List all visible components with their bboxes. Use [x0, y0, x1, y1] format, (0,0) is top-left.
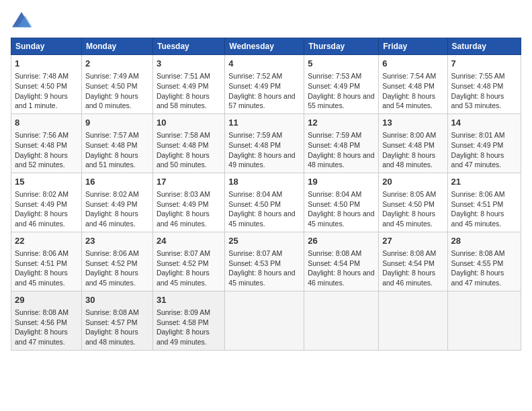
daylight-text: Daylight: 8 hours and 48 minutes. — [382, 151, 435, 169]
day-number: 13 — [382, 117, 443, 129]
sunset-text: Sunset: 4:48 PM — [382, 141, 435, 149]
daylight-text: Daylight: 8 hours and 46 minutes. — [85, 210, 138, 228]
calendar-cell: 16Sunrise: 8:02 AMSunset: 4:49 PMDayligh… — [81, 173, 152, 232]
sunrise-text: Sunrise: 8:07 AM — [228, 249, 282, 257]
sunset-text: Sunset: 4:48 PM — [451, 82, 504, 90]
sunrise-text: Sunrise: 8:08 AM — [85, 308, 139, 316]
day-number: 26 — [308, 235, 375, 247]
sunrise-text: Sunrise: 7:53 AM — [308, 72, 361, 80]
sunset-text: Sunset: 4:48 PM — [157, 141, 209, 149]
calendar-cell: 17Sunrise: 8:03 AMSunset: 4:49 PMDayligh… — [152, 173, 224, 232]
calendar-cell: 10Sunrise: 7:58 AMSunset: 4:48 PMDayligh… — [152, 113, 224, 173]
daylight-text: Daylight: 8 hours and 50 minutes. — [157, 151, 210, 169]
sunrise-text: Sunrise: 8:05 AM — [382, 190, 436, 198]
calendar-week-3: 15Sunrise: 8:02 AMSunset: 4:49 PMDayligh… — [11, 173, 521, 232]
calendar-cell — [304, 291, 379, 350]
sunset-text: Sunset: 4:49 PM — [157, 82, 209, 90]
day-number: 27 — [382, 235, 443, 247]
sunset-text: Sunset: 4:49 PM — [85, 200, 138, 208]
calendar-cell: 7Sunrise: 7:55 AMSunset: 4:48 PMDaylight… — [447, 55, 521, 114]
daylight-text: Daylight: 9 hours and 1 minute. — [15, 92, 68, 110]
daylight-text: Daylight: 8 hours and 45 minutes. — [308, 210, 374, 228]
calendar-cell: 11Sunrise: 7:59 AMSunset: 4:48 PMDayligh… — [225, 113, 304, 173]
day-number: 3 — [157, 58, 221, 70]
logo — [11, 11, 35, 30]
sunset-text: Sunset: 4:48 PM — [382, 82, 435, 90]
sunset-text: Sunset: 4:49 PM — [228, 82, 281, 90]
daylight-text: Daylight: 8 hours and 55 minutes. — [308, 92, 374, 110]
sunset-text: Sunset: 4:50 PM — [382, 200, 435, 208]
sunrise-text: Sunrise: 8:04 AM — [228, 190, 282, 198]
day-number: 11 — [228, 117, 300, 129]
daylight-text: Daylight: 8 hours and 45 minutes. — [157, 269, 210, 287]
day-number: 12 — [308, 117, 375, 129]
calendar-cell: 29Sunrise: 8:08 AMSunset: 4:56 PMDayligh… — [11, 291, 82, 350]
sunset-text: Sunset: 4:50 PM — [15, 82, 67, 90]
header-day-monday: Monday — [81, 38, 152, 55]
day-number: 28 — [451, 235, 517, 247]
sunset-text: Sunset: 4:53 PM — [228, 259, 281, 267]
calendar-cell: 9Sunrise: 7:57 AMSunset: 4:48 PMDaylight… — [81, 113, 152, 173]
calendar-week-2: 8Sunrise: 7:56 AMSunset: 4:48 PMDaylight… — [11, 113, 521, 173]
sunrise-text: Sunrise: 8:08 AM — [451, 249, 505, 257]
daylight-text: Daylight: 8 hours and 52 minutes. — [15, 151, 68, 169]
day-number: 9 — [85, 117, 149, 129]
calendar-cell: 26Sunrise: 8:08 AMSunset: 4:54 PMDayligh… — [304, 232, 379, 291]
day-number: 4 — [228, 58, 300, 70]
day-number: 5 — [308, 58, 375, 70]
sunset-text: Sunset: 4:52 PM — [85, 259, 138, 267]
sunset-text: Sunset: 4:58 PM — [157, 318, 209, 326]
calendar-cell: 31Sunrise: 8:09 AMSunset: 4:58 PMDayligh… — [152, 291, 224, 350]
calendar-cell — [447, 291, 521, 350]
sunrise-text: Sunrise: 7:49 AM — [85, 72, 139, 80]
calendar-cell: 12Sunrise: 7:59 AMSunset: 4:48 PMDayligh… — [304, 113, 379, 173]
sunset-text: Sunset: 4:50 PM — [308, 200, 360, 208]
daylight-text: Daylight: 9 hours and 0 minutes. — [85, 92, 138, 110]
daylight-text: Daylight: 8 hours and 58 minutes. — [157, 92, 210, 110]
sunrise-text: Sunrise: 7:52 AM — [228, 72, 282, 80]
calendar-cell: 2Sunrise: 7:49 AMSunset: 4:50 PMDaylight… — [81, 55, 152, 114]
daylight-text: Daylight: 8 hours and 45 minutes. — [451, 210, 504, 228]
calendar-body: 1Sunrise: 7:48 AMSunset: 4:50 PMDaylight… — [11, 55, 521, 351]
sunrise-text: Sunrise: 8:06 AM — [15, 249, 69, 257]
day-number: 18 — [228, 176, 300, 188]
sunrise-text: Sunrise: 8:08 AM — [382, 249, 436, 257]
calendar-cell: 1Sunrise: 7:48 AMSunset: 4:50 PMDaylight… — [11, 55, 82, 114]
calendar-cell: 27Sunrise: 8:08 AMSunset: 4:54 PMDayligh… — [379, 232, 447, 291]
header-day-friday: Friday — [379, 38, 447, 55]
sunset-text: Sunset: 4:48 PM — [85, 141, 138, 149]
sunrise-text: Sunrise: 8:02 AM — [15, 190, 69, 198]
sunset-text: Sunset: 4:50 PM — [85, 82, 138, 90]
daylight-text: Daylight: 8 hours and 48 minutes. — [308, 151, 374, 169]
sunset-text: Sunset: 4:48 PM — [15, 141, 67, 149]
calendar-cell: 6Sunrise: 7:54 AMSunset: 4:48 PMDaylight… — [379, 55, 447, 114]
sunset-text: Sunset: 4:54 PM — [308, 259, 360, 267]
calendar-cell: 20Sunrise: 8:05 AMSunset: 4:50 PMDayligh… — [379, 173, 447, 232]
daylight-text: Daylight: 8 hours and 49 minutes. — [228, 151, 295, 169]
day-number: 10 — [157, 117, 221, 129]
sunrise-text: Sunrise: 7:48 AM — [15, 72, 69, 80]
daylight-text: Daylight: 8 hours and 45 minutes. — [15, 269, 68, 287]
sunset-text: Sunset: 4:49 PM — [157, 200, 209, 208]
sunrise-text: Sunrise: 8:08 AM — [308, 249, 361, 257]
sunset-text: Sunset: 4:49 PM — [451, 141, 504, 149]
sunrise-text: Sunrise: 8:03 AM — [157, 190, 210, 198]
sunrise-text: Sunrise: 7:54 AM — [382, 72, 436, 80]
day-number: 20 — [382, 176, 443, 188]
day-number: 16 — [85, 176, 149, 188]
calendar-cell — [379, 291, 447, 350]
header-day-saturday: Saturday — [447, 38, 521, 55]
daylight-text: Daylight: 8 hours and 46 minutes. — [382, 269, 435, 287]
sunrise-text: Sunrise: 7:51 AM — [157, 72, 210, 80]
calendar-cell: 18Sunrise: 8:04 AMSunset: 4:50 PMDayligh… — [225, 173, 304, 232]
day-number: 7 — [451, 58, 517, 70]
calendar-cell: 21Sunrise: 8:06 AMSunset: 4:51 PMDayligh… — [447, 173, 521, 232]
calendar-cell — [225, 291, 304, 350]
day-number: 23 — [85, 235, 149, 247]
daylight-text: Daylight: 8 hours and 45 minutes. — [382, 210, 435, 228]
day-number: 8 — [15, 117, 78, 129]
sunset-text: Sunset: 4:49 PM — [308, 82, 360, 90]
day-number: 6 — [382, 58, 443, 70]
sunrise-text: Sunrise: 7:59 AM — [308, 131, 361, 139]
calendar-cell: 13Sunrise: 8:00 AMSunset: 4:48 PMDayligh… — [379, 113, 447, 173]
